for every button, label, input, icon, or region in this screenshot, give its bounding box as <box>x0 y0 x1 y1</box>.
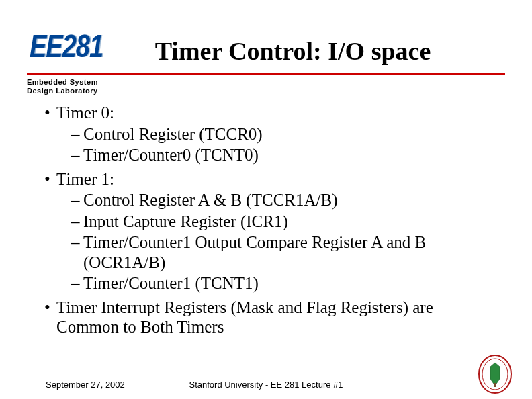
sub-bullet-tcnt0: –Timer/Counter0 (TCNT0) <box>66 145 493 165</box>
lab-subtitle: Embedded System Design Laboratory <box>27 78 532 95</box>
bullet-icon: • <box>44 169 56 189</box>
dash-icon: – <box>71 190 83 210</box>
sub-bullet-icr1-text: Input Capture Register (ICR1) <box>83 212 288 230</box>
bullet-timer1-text: Timer 1: <box>56 170 114 188</box>
footer-date: September 27, 2002 <box>46 380 125 390</box>
dash-icon: – <box>71 273 83 294</box>
sub-bullet-tccr0: –Control Register (TCCR0) <box>66 124 493 144</box>
dash-icon: – <box>71 212 83 232</box>
sub-bullet-tcnt1-text: Timer/Counter1 (TCNT1) <box>83 274 259 292</box>
bullet-timer0-text: Timer 0: <box>56 103 114 122</box>
sub-bullet-ocr1: –Timer/Counter1 Output Compare Register … <box>66 232 493 272</box>
slide-body: •Timer 0: –Control Register (TCCR0) –Tim… <box>39 103 493 337</box>
slide-header: EE281 Timer Control: I/O space Embedded … <box>0 0 532 95</box>
sub-bullet-tcnt1: –Timer/Counter1 (TCNT1) <box>66 273 493 294</box>
bullet-interrupt-text: Timer Interrupt Registers (Mask and Flag… <box>56 298 433 337</box>
bullet-icon: • <box>44 298 56 318</box>
course-logo: EE281 <box>30 28 103 64</box>
subtitle-line2: Design Laboratory <box>27 87 98 95</box>
dash-icon: – <box>71 232 83 253</box>
sub-bullet-icr1: –Input Capture Register (ICR1) <box>66 212 493 232</box>
subtitle-line1: Embedded System <box>27 78 98 86</box>
bullet-timer1: •Timer 1: <box>39 169 493 189</box>
bullet-timer0: •Timer 0: <box>39 103 493 123</box>
bullet-icon: • <box>44 103 56 123</box>
bullet-interrupt-registers: •Timer Interrupt Registers (Mask and Fla… <box>39 298 493 337</box>
stanford-seal-icon <box>477 353 513 395</box>
sub-bullet-tccr1-text: Control Register A & B (TCCR1A/B) <box>83 191 338 209</box>
sub-bullet-tccr1: –Control Register A & B (TCCR1A/B) <box>66 190 493 210</box>
sub-bullet-tcnt0-text: Timer/Counter0 (TCNT0) <box>83 146 259 164</box>
dash-icon: – <box>71 124 83 144</box>
sub-bullet-tccr0-text: Control Register (TCCR0) <box>83 125 263 143</box>
svg-rect-2 <box>494 383 496 387</box>
dash-icon: – <box>71 145 83 165</box>
title-underline <box>27 73 505 75</box>
sub-bullet-ocr1-text: Timer/Counter1 Output Compare Register A… <box>83 233 426 271</box>
